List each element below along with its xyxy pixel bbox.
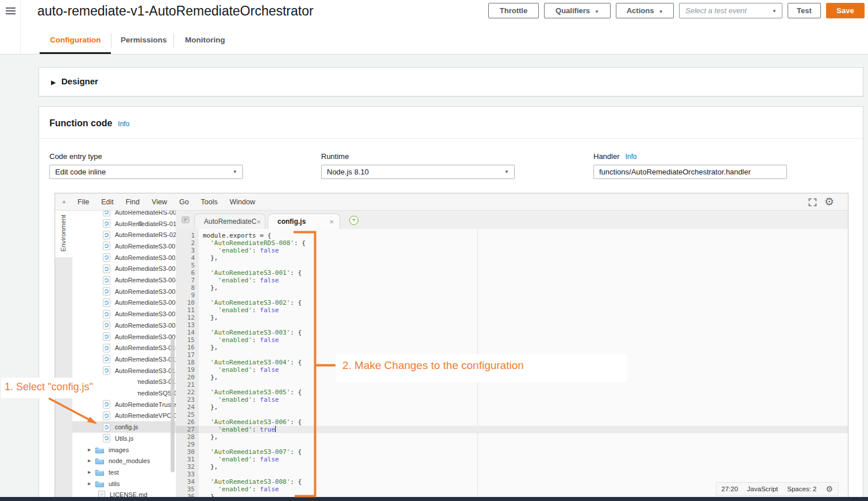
language-mode[interactable]: JavaScript xyxy=(747,486,778,492)
code-line-10: 'AutoRemediateS3-002': { xyxy=(199,299,848,306)
code-line-5 xyxy=(199,262,848,269)
tree-item-autoremediatetrustedadvisor[interactable]: AutoRemediateTrustedAdvisor xyxy=(72,399,176,410)
tree-item-label: AutoRemediateS3-005 xyxy=(115,288,176,295)
tree-item-label: AutoRemediateS3-010 xyxy=(115,344,176,351)
tree-item-node-modules[interactable]: ▶node_modules xyxy=(72,455,176,467)
test-event-select[interactable]: Select a test event▼ xyxy=(679,3,782,18)
code-line-14: 'AutoRemediateS3-003': { xyxy=(199,329,848,336)
tree-item-autoremediates3-010[interactable]: AutoRemediateS3-010 xyxy=(72,342,176,354)
throttle-button[interactable]: Throttle xyxy=(488,3,539,18)
close-icon[interactable]: × xyxy=(256,218,261,226)
info-link[interactable]: Info xyxy=(118,120,129,128)
js-file-icon xyxy=(103,434,110,442)
tree-item-autoremediates3-012[interactable]: AutoRemediateS3-012 xyxy=(72,365,176,376)
tree-item-autoremediates3-011[interactable]: AutoRemediateS3-011 xyxy=(72,354,176,365)
line-number-20: 20 xyxy=(176,374,199,381)
line-number-26: 26 xyxy=(176,418,199,426)
expand-fullscreen-icon[interactable] xyxy=(808,198,817,209)
line-number-14: 14 xyxy=(176,329,199,336)
environment-strip: Environment xyxy=(55,211,72,498)
line-number-25: 25 xyxy=(176,411,199,418)
menu-go[interactable]: Go xyxy=(179,198,189,206)
menu-view[interactable]: View xyxy=(152,198,167,206)
annotation-step2-text: 2. Make Changes to the configuration xyxy=(336,354,627,372)
tab-configuration[interactable]: Configuration xyxy=(50,36,101,44)
tab-monitoring[interactable]: Monitoring xyxy=(185,36,225,44)
close-icon[interactable]: × xyxy=(329,218,334,226)
designer-header[interactable]: ▶Designer xyxy=(51,76,98,86)
tree-item-autoremediates3-008[interactable]: AutoRemediateS3-008 xyxy=(72,320,176,331)
new-tab-icon[interactable]: + xyxy=(349,216,358,225)
tree-item-config-js[interactable]: config.js xyxy=(72,421,176,433)
js-file-icon xyxy=(103,332,110,341)
tree-item-label: Utils.js xyxy=(115,435,133,442)
tree-item-autoremediates3-003[interactable]: AutoRemediateS3-003 xyxy=(72,263,176,275)
handler-input[interactable]: functions/AutoRemediateOrchestrator.hand… xyxy=(593,165,787,179)
code-line-25 xyxy=(199,411,848,418)
annotation-step1-text: 1. Select "config.js" xyxy=(1,378,137,393)
menu-find[interactable]: Find xyxy=(126,198,140,206)
tree-item-autoremediates3-005[interactable]: AutoRemediateS3-005 xyxy=(72,286,176,297)
tree-item-autoremediates3-002[interactable]: AutoRemediateS3-002 xyxy=(72,252,176,263)
line-number-30: 30 xyxy=(176,448,199,456)
js-file-icon xyxy=(103,219,110,228)
code-line-29 xyxy=(199,441,848,448)
qualifiers-button[interactable]: Qualifiers▼ xyxy=(544,3,611,18)
tree-item-utils-js[interactable]: Utils.js xyxy=(72,433,176,444)
tree-item-autoremediates3-001[interactable]: AutoRemediateS3-001 xyxy=(72,240,176,252)
tree-item-autoremediaters-01[interactable]: AutoRemediateRS-01⚙ xyxy=(72,218,176,230)
tree-item-autoremediates3-007[interactable]: AutoRemediateS3-007 xyxy=(72,308,176,320)
tree-item-test[interactable]: ▶test xyxy=(72,467,176,478)
tab-list-icon[interactable] xyxy=(182,216,190,226)
menu-window[interactable]: Window xyxy=(230,198,255,206)
editor-tab-autoremediatec[interactable]: AutoRemediateC× xyxy=(194,213,265,229)
js-file-icon xyxy=(103,265,110,273)
menu-tools[interactable]: Tools xyxy=(201,198,218,206)
tree-item-autoremediates3-006[interactable]: AutoRemediateS3-006 xyxy=(72,297,176,309)
designer-panel: ▶Designer xyxy=(38,67,863,96)
save-button[interactable]: Save xyxy=(826,3,865,18)
menu-file[interactable]: File xyxy=(78,198,89,206)
runtime-select[interactable]: Node.js 8.10▼ xyxy=(321,165,515,179)
actions-button[interactable]: Actions▼ xyxy=(616,3,674,18)
test-button[interactable]: Test xyxy=(788,3,821,18)
collapse-triangle-icon[interactable]: ▲ xyxy=(61,199,67,204)
tree-item-label: AutoRemediateS3-007 xyxy=(115,310,176,317)
tree-item-license-md[interactable]: LICENSE.md xyxy=(72,490,176,498)
spaces-setting[interactable]: Spaces: 2 xyxy=(787,486,816,492)
tab-permissions[interactable]: Permissions xyxy=(121,36,167,44)
tree-item-label: AutoRemediateS3-012 xyxy=(115,367,176,374)
line-number-gutter[interactable]: 1234567891011121314151617181920212223242… xyxy=(176,232,199,498)
tree-item-autoremediates3-004[interactable]: AutoRemediateS3-004 xyxy=(72,274,176,286)
gear-icon[interactable]: ⚙ xyxy=(824,195,834,208)
line-number-10: 10 xyxy=(176,299,199,306)
tree-item-autoremediatevpc-001[interactable]: AutoRemediateVPC-001 xyxy=(72,410,176,422)
cursor-position[interactable]: 27:20 xyxy=(722,486,738,492)
line-number-2: 2 xyxy=(176,239,199,247)
editor-tab-config-js[interactable]: config.js× xyxy=(268,213,340,229)
code-line-2: 'AutoRemediateRDS-008': { xyxy=(199,239,848,247)
folder-icon xyxy=(95,457,104,464)
line-number-5: 5 xyxy=(176,262,199,269)
info-link[interactable]: Info xyxy=(626,153,637,161)
tree-item-autoremediates3-009[interactable]: AutoRemediateS3-009 xyxy=(72,331,176,343)
menu-edit[interactable]: Edit xyxy=(101,198,114,206)
status-gear-icon[interactable]: ⚙ xyxy=(825,484,833,494)
tree-item-autoremediaters-00[interactable]: AutoRemediateRS-00 xyxy=(72,211,176,218)
line-number-27: 27 xyxy=(176,426,199,433)
js-file-icon xyxy=(103,366,110,375)
tree-item-images[interactable]: ▶images xyxy=(72,444,176,456)
js-file-icon xyxy=(103,423,110,432)
active-tab-underline xyxy=(40,52,111,54)
file-tree: AutoRemediateRS-00AutoRemediateRS-01⚙Aut… xyxy=(72,211,176,498)
folder-icon xyxy=(95,446,104,453)
tree-item-utils[interactable]: ▶utils xyxy=(72,478,176,490)
hamburger-menu-icon[interactable] xyxy=(6,7,16,16)
tree-item-label: AutoRemediateS3-006 xyxy=(115,299,176,306)
top-header: auto-remediate-v1-AutoRemediateOrchestra… xyxy=(0,0,868,55)
tree-item-autoremediaters-02[interactable]: AutoRemediateRS-02 xyxy=(72,229,176,240)
tree-scrollbar[interactable] xyxy=(171,338,175,472)
environment-tab[interactable]: Environment xyxy=(55,211,72,257)
line-number-29: 29 xyxy=(176,441,199,448)
code-entry-type-select[interactable]: Edit code inline▼ xyxy=(49,165,243,179)
